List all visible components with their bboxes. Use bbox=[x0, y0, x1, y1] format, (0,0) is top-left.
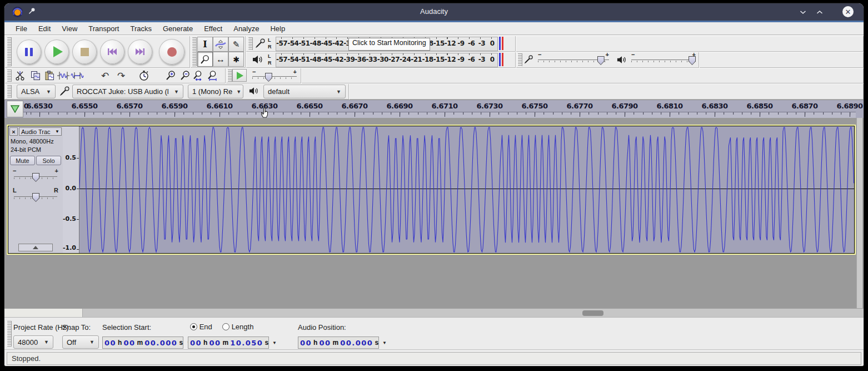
envelope-tool-button[interactable] bbox=[213, 37, 228, 52]
recording-device-select[interactable]: ROCCAT Juke: USB Audio (l▼ bbox=[72, 85, 183, 98]
record-button[interactable] bbox=[159, 39, 184, 65]
end-radio[interactable]: End bbox=[190, 323, 212, 331]
zoom-tool-button[interactable] bbox=[197, 52, 213, 67]
mute-button[interactable]: Mute bbox=[10, 156, 35, 165]
monitor-tooltip[interactable]: Click to Start Monitoring bbox=[348, 38, 430, 51]
track-collapse-button[interactable] bbox=[18, 244, 53, 251]
audio-track[interactable]: × Audio Trac▼ Mono, 48000Hz 24-bit PCM M… bbox=[7, 125, 856, 255]
maximize-button[interactable] bbox=[815, 8, 825, 17]
playback-meter-left-label: L bbox=[268, 54, 273, 59]
selection-toolbar-grabber[interactable] bbox=[7, 321, 12, 347]
length-radio-button[interactable] bbox=[222, 323, 230, 330]
tools-toolbar: I ✎ ↔ ✱ bbox=[190, 36, 246, 68]
timeline-scale[interactable]: 0 6.65306.65506.65706.65906.66106.66306.… bbox=[23, 100, 856, 118]
menu-file[interactable]: File bbox=[10, 23, 33, 34]
snap-to-select[interactable]: Off▼ bbox=[62, 335, 99, 349]
multi-tool-button[interactable]: ✱ bbox=[228, 52, 244, 67]
menu-help[interactable]: Help bbox=[265, 23, 291, 34]
selection-end-field[interactable]: 00h 00m 10.050s ▼ bbox=[188, 337, 269, 349]
timeline-label: 6.6550 bbox=[70, 102, 99, 110]
menu-edit[interactable]: Edit bbox=[33, 23, 56, 34]
audio-host-select[interactable]: ALSA▼ bbox=[17, 85, 56, 98]
solo-button[interactable]: Solo bbox=[36, 156, 61, 165]
horizontal-scrollbar-thumb[interactable] bbox=[582, 310, 603, 316]
playback-meter-toolbar[interactable]: L R -57-54-51-48-45-42-39-36-33-30-27-24… bbox=[246, 52, 516, 68]
redo-button[interactable]: ↷ bbox=[114, 70, 128, 82]
end-radio-button[interactable] bbox=[190, 323, 197, 330]
tools-toolbar-grabber[interactable] bbox=[192, 37, 197, 66]
playback-volume-slider[interactable]: − + bbox=[631, 55, 696, 65]
selection-tool-button[interactable]: I bbox=[197, 37, 213, 52]
play-at-speed-button[interactable] bbox=[232, 69, 247, 82]
play-button[interactable] bbox=[44, 39, 69, 64]
trim-audio-icon bbox=[57, 71, 70, 81]
menu-view[interactable]: View bbox=[56, 23, 83, 34]
device-toolbar: ALSA▼ ROCCAT Juke: USB Audio (l▼ 1 (Mono… bbox=[4, 83, 349, 100]
track-name-menu[interactable]: Audio Trac▼ bbox=[19, 127, 62, 136]
copy-icon bbox=[31, 71, 41, 81]
menu-tracks[interactable]: Tracks bbox=[124, 23, 157, 34]
zoom-out-button[interactable] bbox=[178, 70, 192, 82]
copy-button[interactable] bbox=[28, 70, 43, 82]
time-shift-tool-button[interactable]: ↔ bbox=[213, 52, 228, 67]
edit-toolbar-grabber[interactable] bbox=[7, 70, 12, 82]
record-volume-slider[interactable]: − + bbox=[538, 55, 609, 65]
draw-tool-button[interactable]: ✎ bbox=[228, 37, 244, 52]
sync-lock-button[interactable] bbox=[137, 70, 151, 82]
close-button[interactable]: ✕ bbox=[842, 6, 854, 17]
trim-audio-button[interactable] bbox=[56, 70, 71, 82]
horizontal-scrollbar[interactable] bbox=[4, 308, 864, 318]
timeline-ruler[interactable]: 0 6.65306.65506.65706.65906.66106.66306.… bbox=[4, 100, 864, 118]
record-volume-thumb[interactable] bbox=[597, 56, 605, 65]
menu-transport[interactable]: Transport bbox=[83, 23, 124, 34]
pan-slider[interactable]: L R bbox=[14, 192, 57, 201]
pan-slider-thumb[interactable] bbox=[32, 193, 39, 202]
transport-toolbar-grabber[interactable] bbox=[7, 37, 12, 66]
menu-effect[interactable]: Effect bbox=[198, 23, 228, 34]
skip-to-start-button[interactable] bbox=[100, 39, 124, 64]
pause-button[interactable] bbox=[17, 39, 41, 64]
project-rate-select[interactable]: 48000▼ bbox=[13, 335, 53, 349]
menu-analyze[interactable]: Analyze bbox=[228, 23, 265, 34]
fit-project-button[interactable] bbox=[206, 70, 220, 82]
track-area[interactable]: × Audio Trac▼ Mono, 48000Hz 24-bit PCM M… bbox=[4, 118, 864, 308]
recording-meter-grabber[interactable] bbox=[248, 37, 253, 50]
track-vertical-ruler[interactable]: 0.5 0.0 -0.5 -1.0 bbox=[63, 126, 79, 253]
pinned-play-head-button[interactable] bbox=[7, 101, 23, 117]
timeline-label: 6.6890 bbox=[835, 102, 864, 110]
ibeam-icon: I bbox=[203, 39, 207, 50]
audio-position-field[interactable]: 00h 00m 00.000s ▼ bbox=[298, 337, 379, 349]
track-close-button[interactable]: × bbox=[9, 127, 18, 136]
device-toolbar-grabber[interactable] bbox=[7, 85, 12, 98]
gain-slider-thumb[interactable] bbox=[32, 173, 39, 182]
silence-audio-button[interactable] bbox=[70, 70, 84, 82]
cut-button[interactable] bbox=[13, 70, 28, 82]
undo-button[interactable]: ↶ bbox=[98, 70, 112, 82]
recording-meter-toolbar[interactable]: L R -57-54-51-48-45-42-39-36-33-30-27-24… bbox=[246, 36, 516, 52]
fit-selection-button[interactable] bbox=[191, 70, 206, 82]
mixer-toolbar-grabber[interactable] bbox=[517, 53, 522, 66]
left-right-arrow-icon: ↔ bbox=[216, 55, 225, 65]
minimize-button[interactable] bbox=[798, 8, 808, 17]
fit-selection-icon bbox=[192, 70, 204, 81]
transcription-toolbar-grabber[interactable] bbox=[227, 70, 232, 82]
vertical-scrollbar[interactable] bbox=[856, 118, 862, 308]
length-radio[interactable]: Length bbox=[222, 323, 253, 331]
skip-to-end-button[interactable] bbox=[128, 39, 152, 64]
title-bar[interactable]: Audacity ✕ bbox=[4, 3, 864, 21]
selection-start-field[interactable]: 00h 00m 00.000s ▼ bbox=[102, 337, 183, 349]
paste-button[interactable] bbox=[42, 70, 57, 82]
playback-device-select[interactable]: default▼ bbox=[263, 85, 346, 98]
playback-volume-thumb[interactable] bbox=[689, 56, 696, 65]
speed-slider-thumb[interactable] bbox=[265, 73, 272, 82]
recording-meter-scale[interactable]: -57-54-51-48-45-42-39-36-33-30-27-24-21-… bbox=[276, 37, 498, 51]
recording-channels-select[interactable]: 1 (Mono) Re▼ bbox=[188, 85, 243, 98]
playback-meter-scale[interactable]: -57-54-51-48-45-42-39-36-33-30-27-24-21-… bbox=[276, 53, 498, 67]
gain-slider[interactable]: − + bbox=[14, 172, 57, 181]
playback-speed-slider[interactable]: − + bbox=[252, 72, 297, 81]
zoom-in-button[interactable] bbox=[163, 70, 178, 82]
stop-button[interactable] bbox=[72, 39, 97, 64]
waveform-display[interactable] bbox=[79, 126, 854, 253]
speed-max-label: + bbox=[293, 68, 297, 75]
menu-generate[interactable]: Generate bbox=[157, 23, 198, 34]
